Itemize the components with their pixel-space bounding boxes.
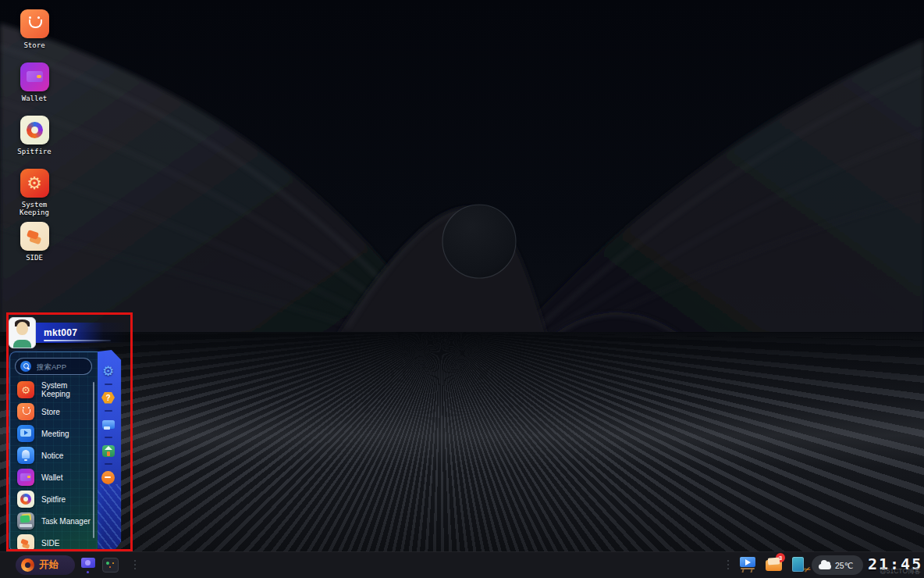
- taskbar-divider-dots: [134, 560, 136, 569]
- app-item-label: System Keeping: [41, 381, 98, 398]
- app-item-label: SIDE: [41, 539, 59, 548]
- app-list: System Keeping Store Meeting Notice Wall…: [10, 379, 98, 550]
- display-icon[interactable]: [101, 417, 116, 431]
- task-view-icon[interactable]: [101, 557, 119, 573]
- taskbar: 开始 3 25℃ 21:45: [0, 551, 924, 578]
- menu-sidebar-icons: ⚙ ?: [95, 364, 121, 484]
- app-item-task-manager[interactable]: Task Manager: [10, 510, 98, 532]
- cloud-icon: [819, 564, 831, 569]
- weather-widget[interactable]: 25℃: [812, 555, 863, 575]
- start-logo-icon: [21, 558, 34, 572]
- notice-bell-icon: [17, 447, 34, 464]
- divider: [105, 463, 112, 465]
- app-item-system-keeping[interactable]: System Keeping: [10, 379, 98, 401]
- app-panel: System Keeping Store Meeting Notice Wall…: [9, 351, 98, 550]
- app-item-label: Store: [41, 408, 60, 416]
- divider: [105, 384, 112, 385]
- app-item-label: Spitfire: [41, 495, 66, 504]
- desktop-monitor-icon[interactable]: [80, 557, 97, 573]
- app-item-label: Wallet: [41, 473, 62, 482]
- app-item-label: Notice: [41, 451, 63, 460]
- spitfire-icon: [17, 491, 34, 508]
- user-account-row[interactable]: mkt007: [9, 316, 127, 349]
- system-keeping-icon: [20, 169, 49, 198]
- wallet-icon: [20, 62, 49, 91]
- desktop-icon-system-keeping[interactable]: System Keeping: [12, 169, 56, 216]
- desktop-icon-side[interactable]: SIDE: [12, 222, 56, 262]
- app-item-wallet[interactable]: Wallet: [10, 466, 98, 488]
- side-icon: [20, 222, 49, 251]
- system-keeping-icon: [17, 381, 34, 398]
- divider: [105, 410, 112, 412]
- help-icon[interactable]: ?: [101, 391, 116, 405]
- desktop-icon-label: System Keeping: [12, 201, 56, 216]
- start-button[interactable]: 开始: [16, 555, 75, 575]
- home-icon[interactable]: [101, 444, 116, 458]
- app-search-box[interactable]: [15, 358, 92, 375]
- app-item-meeting[interactable]: Meeting: [10, 423, 98, 444]
- app-item-store[interactable]: Store: [10, 401, 98, 423]
- store-icon: [20, 9, 49, 38]
- desktop-icon-wallet[interactable]: Wallet: [12, 62, 56, 102]
- tray-divider-dots: [727, 560, 729, 569]
- user-avatar: [9, 317, 36, 348]
- desktop-icon-label: Spitfire: [17, 148, 51, 155]
- app-item-side[interactable]: SIDE: [10, 532, 98, 550]
- search-icon: [20, 361, 31, 372]
- app-item-spitfire[interactable]: Spitfire: [10, 488, 98, 510]
- spitfire-icon: [20, 116, 49, 144]
- desktop-icon-label: SIDE: [26, 254, 43, 262]
- desktop-icon-spitfire[interactable]: Spitfire: [12, 116, 56, 155]
- divider: [105, 437, 112, 438]
- power-icon[interactable]: [101, 470, 116, 484]
- app-item-notice[interactable]: Notice: [10, 444, 98, 466]
- meeting-icon: [17, 425, 34, 442]
- start-button-label: 开始: [39, 558, 59, 572]
- notification-badge: 3: [776, 553, 785, 562]
- start-menu: mkt007 ⚙ ? System Keeping: [6, 312, 133, 551]
- settings-icon[interactable]: ⚙: [101, 364, 116, 378]
- wallet-icon: [17, 469, 34, 486]
- desktop-icon-label: Wallet: [22, 95, 48, 102]
- watermark-text: @51CTO博客: [880, 567, 921, 576]
- store-icon: [17, 403, 34, 420]
- username: mkt007: [44, 327, 77, 338]
- screenshot-tool-icon[interactable]: [790, 556, 810, 574]
- username-bar: mkt007: [33, 323, 127, 343]
- desktop-icon-store[interactable]: Store: [12, 9, 56, 49]
- desktop-icon-label: Store: [23, 41, 44, 49]
- app-item-label: Meeting: [41, 430, 69, 438]
- desktop-screen: Store Wallet Spitfire System Keeping SID…: [0, 0, 924, 578]
- search-input[interactable]: [35, 362, 87, 372]
- wallpaper-floor-shade: [0, 332, 924, 578]
- app-item-label: Task Manager: [41, 517, 91, 526]
- messages-icon[interactable]: 3: [765, 556, 785, 574]
- temperature-label: 25℃: [835, 561, 853, 570]
- app-list-scrollbar[interactable]: [93, 382, 94, 538]
- side-icon: [17, 534, 34, 550]
- screen-projection-icon[interactable]: [738, 556, 759, 574]
- task-manager-icon: [17, 512, 34, 530]
